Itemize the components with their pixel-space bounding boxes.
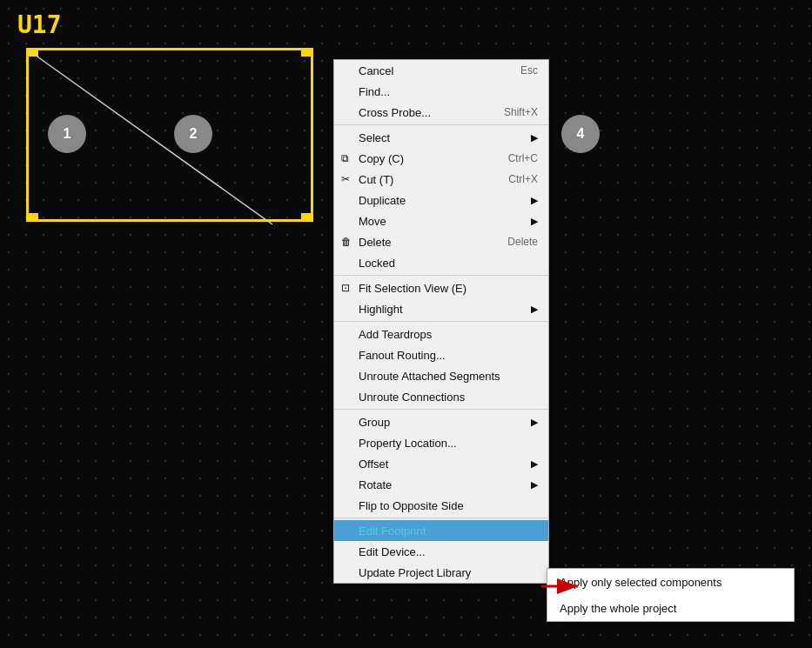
menu-item-rotate[interactable]: Rotate ▶ <box>334 474 548 495</box>
menu-item-add-teardrops[interactable]: Add Teardrops <box>334 324 548 344</box>
menu-item-property-location[interactable]: Property Location... <box>334 432 548 453</box>
menu-item-fit-selection[interactable]: ⊡ Fit Selection View (E) <box>334 277 548 298</box>
menu-item-duplicate[interactable]: Duplicate ▶ <box>334 190 548 210</box>
separator-5 <box>334 518 548 518</box>
menu-item-group[interactable]: Group ▶ <box>334 411 548 432</box>
menu-item-copy[interactable]: ⧉ Copy (C) Ctrl+C <box>334 148 548 169</box>
menu-item-update-project[interactable]: Update Project Library <box>334 562 548 583</box>
trash-icon: 🗑 <box>341 236 352 248</box>
submenu-panel: Apply only selected components Apply the… <box>547 568 795 622</box>
menu-item-select[interactable]: Select ▶ <box>334 127 548 148</box>
menu-item-move[interactable]: Move ▶ <box>334 210 548 231</box>
menu-item-unroute-attached[interactable]: Unroute Attached Segments <box>334 365 548 386</box>
menu-item-edit-device[interactable]: Edit Device... <box>334 541 548 562</box>
pin-1: 1 <box>48 115 86 153</box>
separator-3 <box>334 321 548 322</box>
pin-2: 2 <box>174 115 212 153</box>
copy-icon: ⧉ <box>341 152 349 164</box>
menu-item-cancel[interactable]: Cancel Esc <box>334 60 548 81</box>
menu-item-edit-footprint[interactable]: Edit Footprint <box>334 520 548 541</box>
menu-item-offset[interactable]: Offset ▶ <box>334 453 548 474</box>
menu-item-fanout-routing[interactable]: Fanout Routing... <box>334 344 548 365</box>
menu-item-flip[interactable]: Flip to Opposite Side <box>334 495 548 516</box>
menu-item-highlight[interactable]: Highlight ▶ <box>334 298 548 319</box>
submenu-item-apply-selected[interactable]: Apply only selected components <box>547 569 794 595</box>
menu-item-find[interactable]: Find... <box>334 81 548 102</box>
pin-4: 4 <box>561 115 600 153</box>
menu-item-unroute-connections[interactable]: Unroute Connections <box>334 386 548 407</box>
separator-1 <box>334 124 548 125</box>
red-arrow <box>540 574 583 598</box>
fit-icon: ⊡ <box>341 282 350 294</box>
component-label: U17 <box>17 10 62 39</box>
menu-item-cut[interactable]: ✂ Cut (T) Ctrl+X <box>334 169 548 190</box>
submenu-item-apply-whole[interactable]: Apply the whole project <box>547 595 794 621</box>
context-menu: Cancel Esc Find... Cross Probe... Shift+… <box>333 59 549 584</box>
menu-item-delete[interactable]: 🗑 Delete Delete <box>334 231 548 252</box>
cut-icon: ✂ <box>341 173 350 185</box>
separator-2 <box>334 275 548 276</box>
menu-item-cross-probe[interactable]: Cross Probe... Shift+X <box>334 102 548 123</box>
separator-4 <box>334 409 548 410</box>
menu-item-locked[interactable]: Locked <box>334 252 548 273</box>
